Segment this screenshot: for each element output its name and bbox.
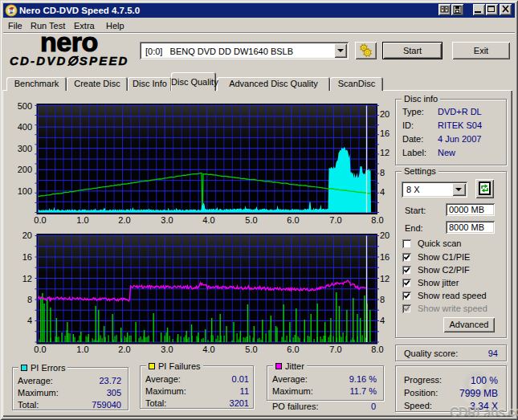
svg-text:20: 20 <box>380 230 390 240</box>
svg-text:500: 500 <box>18 101 32 111</box>
svg-text:0.0: 0.0 <box>34 345 46 354</box>
svg-text:12: 12 <box>22 274 32 283</box>
svg-text:4.0: 4.0 <box>202 215 214 225</box>
svg-text:7.0: 7.0 <box>329 345 341 354</box>
svg-text:16: 16 <box>22 252 32 262</box>
svg-text:8.0: 8.0 <box>371 345 383 354</box>
svg-text:8: 8 <box>380 168 385 177</box>
svg-text:20: 20 <box>380 109 390 119</box>
svg-text:16: 16 <box>380 128 390 138</box>
svg-text:4: 4 <box>27 316 32 325</box>
svg-text:20: 20 <box>22 230 32 240</box>
svg-text:300: 300 <box>18 144 32 153</box>
svg-text:1.0: 1.0 <box>76 345 88 354</box>
svg-text:6.0: 6.0 <box>287 345 299 354</box>
svg-text:3.0: 3.0 <box>161 345 173 354</box>
svg-text:5.0: 5.0 <box>245 345 257 354</box>
svg-text:6.0: 6.0 <box>287 215 299 225</box>
svg-text:4: 4 <box>380 316 385 325</box>
svg-text:4: 4 <box>380 187 385 197</box>
svg-text:7.0: 7.0 <box>329 215 341 225</box>
svg-text:12: 12 <box>380 274 390 283</box>
svg-text:4.0: 4.0 <box>202 345 214 354</box>
svg-text:8: 8 <box>380 295 385 304</box>
svg-text:100: 100 <box>18 186 32 196</box>
svg-text:3.0: 3.0 <box>161 215 173 225</box>
svg-text:12: 12 <box>380 148 390 157</box>
svg-text:400: 400 <box>18 122 32 132</box>
svg-text:0.0: 0.0 <box>34 215 46 225</box>
svg-text:8.0: 8.0 <box>371 215 383 225</box>
svg-text:5.0: 5.0 <box>245 215 257 225</box>
svg-text:2.0: 2.0 <box>118 215 130 225</box>
svg-text:2.0: 2.0 <box>118 345 130 354</box>
svg-text:16: 16 <box>380 252 390 262</box>
svg-text:1.0: 1.0 <box>76 215 88 225</box>
svg-text:200: 200 <box>18 165 32 174</box>
svg-text:8: 8 <box>27 295 32 304</box>
